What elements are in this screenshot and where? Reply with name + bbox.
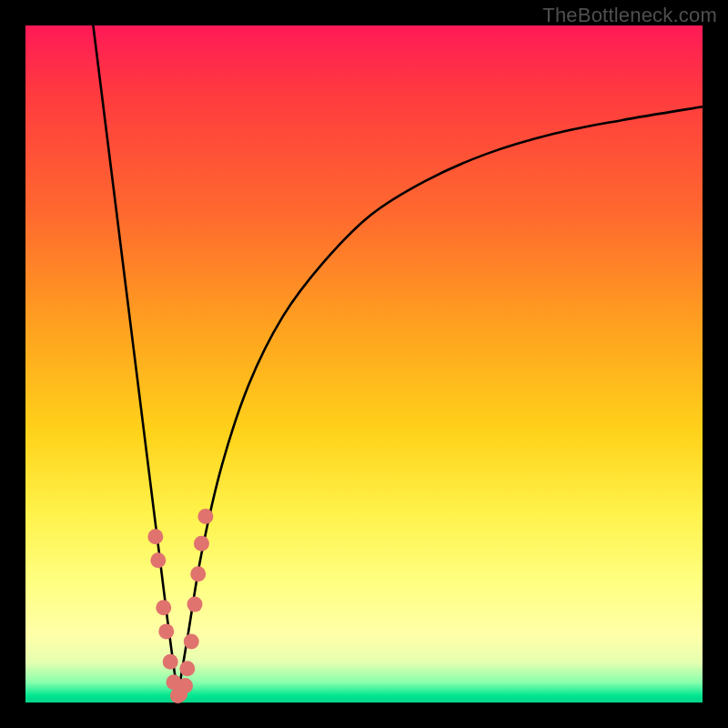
data-dot [156, 600, 171, 615]
curve-left-arm [93, 25, 177, 696]
data-dot [150, 552, 166, 568]
data-dot [177, 678, 193, 693]
data-dot [187, 597, 203, 612]
data-dot [184, 634, 199, 650]
data-dot [163, 654, 178, 670]
data-dot [197, 509, 213, 524]
data-dot [194, 536, 209, 551]
data-dot [190, 566, 206, 581]
plot-area [25, 25, 703, 703]
data-dot [179, 661, 195, 676]
watermark-text: TheBottleneck.com [542, 4, 717, 27]
data-dot [158, 623, 174, 639]
curve-layer [25, 25, 703, 703]
data-dot [147, 529, 163, 544]
chart-frame: TheBottleneck.com [0, 0, 728, 728]
curve-right-arm [177, 106, 703, 695]
